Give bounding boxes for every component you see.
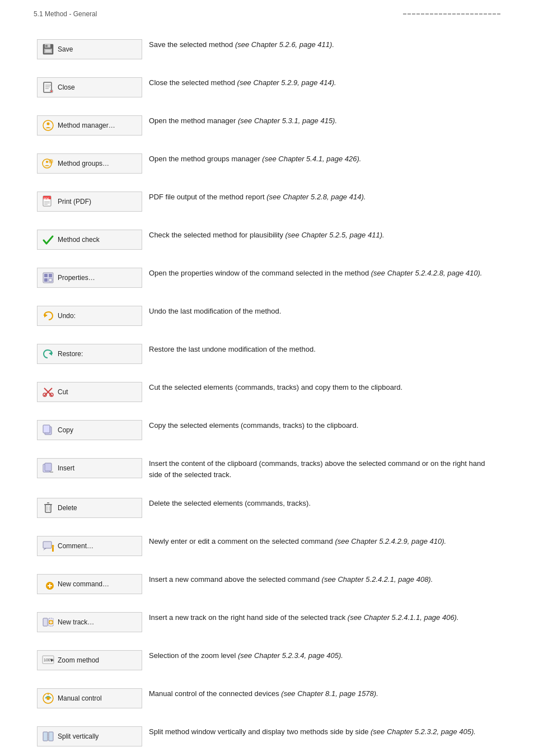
icon-cell-manual-control[interactable]: Manual control — [37, 688, 142, 708]
cut-icon — [42, 386, 54, 398]
svg-rect-62 — [49, 732, 53, 741]
icon-cell-print-pdf[interactable]: PDFPrint (PDF) — [37, 192, 142, 212]
label-properties: Properties… — [58, 274, 95, 282]
icon-cell-method-groups[interactable]: Method groups… — [37, 153, 142, 174]
icon-cell-delete[interactable]: Delete — [37, 498, 142, 518]
svg-rect-43 — [43, 542, 51, 548]
table-row: Restore:Restore the last undone modifica… — [34, 339, 500, 368]
row-spacer — [34, 64, 500, 73]
row-spacer — [34, 637, 500, 646]
desc-delete: Delete the selected elements (commands, … — [149, 499, 311, 507]
icon-cell-undo[interactable]: Undo: — [37, 306, 142, 326]
icon-cell-close[interactable]: Close — [37, 77, 142, 97]
icon-cell-new-command[interactable]: New command… — [37, 574, 142, 594]
method-manager-icon — [42, 119, 54, 132]
icon-cell-method-manager[interactable]: Method manager… — [37, 115, 142, 136]
method-groups-icon — [42, 157, 54, 170]
row-spacer — [34, 445, 500, 454]
table-row: Split verticallySplit method window vert… — [34, 722, 500, 751]
desc-split-vertically: Split method window vertically and displ… — [149, 727, 476, 736]
icon-cell-save[interactable]: Save — [37, 39, 142, 59]
svg-text:PDF: PDF — [44, 197, 49, 200]
icon-cell-comment[interactable]: Comment… — [37, 536, 142, 556]
row-spacer — [34, 102, 500, 111]
svg-point-14 — [46, 161, 48, 163]
svg-rect-4 — [45, 50, 51, 52]
label-cut: Cut — [58, 388, 68, 396]
label-print-pdf: Print (PDF) — [58, 198, 91, 206]
table-row: New track…Insert a new track on the righ… — [34, 608, 500, 637]
label-method-manager: Method manager… — [58, 122, 115, 129]
icon-cell-zoom-method[interactable]: 100%Zoom method — [37, 650, 142, 670]
desc-manual-control: Manual control of the connected devices … — [149, 689, 378, 698]
split-icon — [42, 730, 54, 743]
header-decoration — [403, 13, 500, 15]
label-zoom-method: Zoom method — [58, 656, 99, 664]
row-spacer — [34, 254, 500, 263]
label-save: Save — [58, 45, 73, 53]
svg-rect-25 — [44, 278, 48, 282]
restore-icon — [42, 348, 54, 360]
delete-icon — [42, 502, 54, 514]
table-row: Method checkCheck the selected method fo… — [34, 225, 500, 254]
icon-cell-properties[interactable]: Properties… — [37, 268, 142, 288]
table-row: Method groups…Open the method groups man… — [34, 149, 500, 178]
row-spacer — [34, 178, 500, 187]
icon-cell-insert[interactable]: Insert — [37, 458, 142, 478]
label-close: Close — [58, 83, 75, 91]
row-spacer — [34, 407, 500, 416]
label-new-track: New track… — [58, 618, 94, 626]
icon-cell-new-track[interactable]: New track… — [37, 612, 142, 632]
desc-method-check: Check the selected method for plausibili… — [149, 231, 385, 239]
icon-cell-cut[interactable]: Cut — [37, 382, 142, 402]
svg-rect-45 — [52, 547, 54, 552]
save-icon — [42, 43, 54, 55]
table-row: 100%Zoom methodSelection of the zoom lev… — [34, 646, 500, 675]
label-comment: Comment… — [58, 542, 93, 550]
row-spacer — [34, 561, 500, 570]
table-row: CloseClose the selected method (see Chap… — [34, 73, 500, 102]
icon-cell-method-check[interactable]: Method check — [37, 230, 142, 250]
section-title: 5.1 Method - General — [34, 10, 97, 18]
svg-point-59 — [46, 697, 50, 700]
comment-icon — [42, 540, 54, 552]
main-content: SaveSave the selected method (see Chapte… — [0, 24, 534, 756]
table-row: DeleteDelete the selected elements (comm… — [34, 493, 500, 522]
desc-cut: Cut the selected elements (commands, tra… — [149, 383, 402, 391]
desc-print-pdf: PDF file output of the method report (se… — [149, 193, 366, 201]
desc-copy: Copy the selected elements (commands, tr… — [149, 421, 358, 430]
table-row: Undo:Undo the last modification of the m… — [34, 301, 500, 330]
undo-icon — [42, 310, 54, 322]
svg-rect-34 — [43, 425, 50, 433]
table-row: CopyCopy the selected elements (commands… — [34, 416, 500, 445]
label-insert: Insert — [58, 464, 74, 472]
check-icon — [42, 234, 54, 246]
label-new-command: New command… — [58, 580, 109, 588]
svg-rect-24 — [49, 274, 52, 277]
label-undo: Undo: — [58, 312, 76, 320]
copy-icon — [42, 424, 54, 436]
table-row: Method manager…Open the method manager (… — [34, 111, 500, 140]
icon-cell-copy[interactable]: Copy — [37, 420, 142, 440]
desc-new-command: Insert a new command above the selected … — [149, 575, 433, 584]
row-spacer — [34, 522, 500, 531]
desc-restore: Restore the last undone modification of … — [149, 345, 316, 353]
svg-marker-44 — [43, 548, 46, 550]
icon-cell-split-vertically[interactable]: Split vertically — [37, 726, 142, 746]
label-method-check: Method check — [58, 236, 100, 244]
svg-rect-23 — [44, 274, 48, 277]
table-row: CutCut the selected elements (commands, … — [34, 377, 500, 407]
svg-rect-26 — [49, 278, 52, 282]
desc-properties: Open the properties window of the comman… — [149, 269, 482, 277]
svg-point-46 — [52, 545, 54, 547]
row-spacer — [34, 484, 500, 493]
desc-save: Save the selected method (see Chapter 5.… — [149, 40, 334, 49]
svg-point-12 — [47, 123, 50, 125]
desc-undo: Undo the last modification of the method… — [149, 307, 281, 315]
row-spacer — [34, 751, 500, 756]
desc-close: Close the selected method (see Chapter 5… — [149, 78, 336, 87]
svg-point-11 — [43, 120, 53, 130]
svg-marker-27 — [44, 314, 48, 318]
row-spacer — [34, 599, 500, 608]
icon-cell-restore[interactable]: Restore: — [37, 344, 142, 364]
